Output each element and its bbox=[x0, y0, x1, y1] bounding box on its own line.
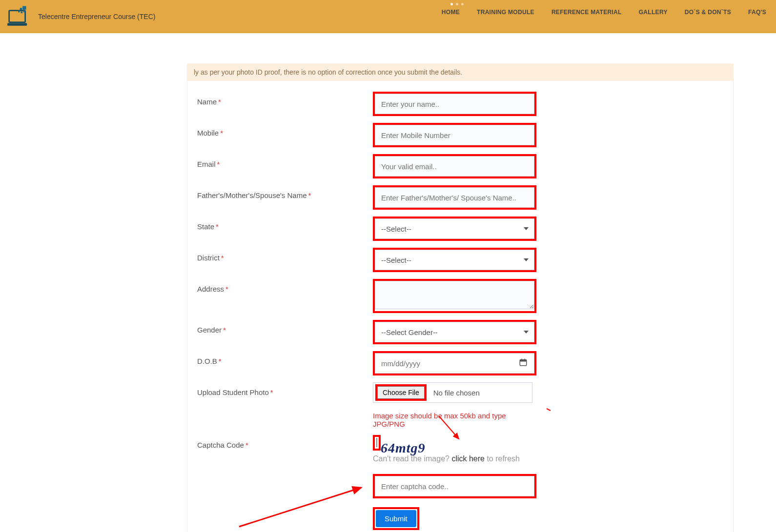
label-address: Address bbox=[197, 285, 224, 293]
svg-rect-1 bbox=[7, 23, 27, 26]
carousel-dot[interactable] bbox=[450, 3, 453, 5]
label-captcha: Captcha Code bbox=[197, 441, 244, 449]
required-icon: * bbox=[270, 388, 273, 396]
captcha-cant-suffix: to refresh bbox=[485, 454, 520, 463]
required-icon: * bbox=[216, 222, 219, 231]
photo-hint: Image size should be max 50kb and type J… bbox=[373, 412, 536, 428]
row-name: Name* bbox=[197, 92, 723, 116]
row-mobile: Mobile* bbox=[197, 123, 723, 147]
required-icon: * bbox=[223, 326, 226, 334]
email-input[interactable] bbox=[375, 156, 534, 177]
label-dob: D.O.B bbox=[197, 357, 217, 365]
svg-rect-3 bbox=[20, 8, 22, 10]
label-name: Name bbox=[197, 98, 217, 106]
required-icon: * bbox=[225, 285, 228, 293]
label-email: Email bbox=[197, 160, 216, 168]
logo-block: Telecentre Entrepreneur Course (TEC) bbox=[0, 6, 155, 28]
mobile-input[interactable] bbox=[375, 125, 534, 145]
label-mobile: Mobile bbox=[197, 129, 219, 137]
required-icon: * bbox=[219, 357, 222, 365]
required-icon: * bbox=[221, 254, 224, 262]
name-input[interactable] bbox=[375, 94, 534, 114]
address-textarea[interactable] bbox=[375, 281, 534, 309]
required-icon: * bbox=[217, 160, 220, 168]
primary-nav: HOME TRAINING MODULE REFERENCE MATERIAL … bbox=[442, 9, 766, 16]
registration-card: ly as per your photo ID proof, there is … bbox=[187, 63, 734, 532]
svg-rect-10 bbox=[524, 359, 525, 361]
label-state: State bbox=[197, 222, 214, 231]
calendar-icon[interactable] bbox=[519, 358, 528, 369]
gender-select[interactable]: --Select Gender-- bbox=[375, 322, 534, 342]
choose-file-button[interactable]: Choose File bbox=[377, 386, 425, 399]
required-icon: * bbox=[308, 191, 311, 199]
site-header: Telecentre Entrepreneur Course (TEC) HOM… bbox=[0, 0, 776, 33]
row-email: Email* bbox=[197, 154, 723, 178]
required-icon: * bbox=[220, 129, 223, 137]
row-district: District* --Select-- bbox=[197, 248, 723, 272]
file-status-text: No file chosen bbox=[433, 389, 480, 397]
dob-input[interactable] bbox=[375, 353, 534, 374]
label-parent-name: Father's/Mother's/Spouse's Name bbox=[197, 191, 307, 199]
nav-gallery[interactable]: GALLERY bbox=[639, 9, 668, 16]
registration-form: Name* Mobile* Email* Father's/Mother's/S… bbox=[187, 87, 733, 532]
nav-dos-donts[interactable]: DO`S & DON`TS bbox=[685, 9, 731, 16]
required-icon: * bbox=[218, 98, 221, 106]
label-gender: Gender bbox=[197, 326, 222, 334]
row-photo: Upload Student Photo* Choose File No fil… bbox=[197, 382, 723, 428]
captcha-input[interactable] bbox=[375, 476, 534, 496]
row-parent-name: Father's/Mother's/Spouse's Name* bbox=[197, 185, 723, 210]
svg-rect-9 bbox=[521, 359, 522, 361]
nav-reference-material[interactable]: REFERENCE MATERIAL bbox=[551, 9, 622, 16]
row-dob: D.O.B* bbox=[197, 351, 723, 375]
svg-rect-8 bbox=[520, 360, 527, 362]
district-select[interactable]: --Select-- bbox=[375, 250, 534, 270]
label-district: District bbox=[197, 254, 220, 262]
row-state: State* --Select-- bbox=[197, 217, 723, 241]
submit-button[interactable]: Submit bbox=[376, 510, 416, 527]
warning-alert: ly as per your photo ID proof, there is … bbox=[187, 63, 734, 81]
file-input-container[interactable]: Choose File No file chosen bbox=[373, 382, 532, 403]
label-photo: Upload Student Photo bbox=[197, 388, 269, 396]
captcha-refresh-link[interactable]: click here bbox=[451, 454, 485, 463]
state-select[interactable]: --Select-- bbox=[375, 218, 534, 239]
carousel-dot[interactable] bbox=[456, 3, 458, 5]
row-captcha: Captcha Code* 64mtg9 Can't read the imag… bbox=[197, 435, 723, 530]
nav-home[interactable]: HOME bbox=[442, 9, 460, 16]
nav-faqs[interactable]: FAQ'S bbox=[748, 9, 766, 16]
required-icon: * bbox=[245, 441, 248, 449]
nav-training-module[interactable]: TRAINING MODULE bbox=[477, 9, 534, 16]
svg-rect-4 bbox=[18, 10, 20, 12]
logo-icon bbox=[7, 6, 34, 28]
svg-rect-5 bbox=[21, 11, 23, 13]
carousel-dot[interactable] bbox=[461, 3, 464, 5]
captcha-image: 64mtg9 bbox=[376, 438, 377, 447]
parent-name-input[interactable] bbox=[375, 187, 534, 208]
svg-rect-6 bbox=[23, 10, 25, 12]
brand-title: Telecentre Entrepreneur Course (TEC) bbox=[38, 13, 155, 20]
row-address: Address* bbox=[197, 279, 723, 313]
row-gender: Gender* --Select Gender-- bbox=[197, 320, 723, 344]
carousel-dots bbox=[450, 3, 470, 6]
svg-rect-0 bbox=[9, 10, 25, 22]
svg-rect-2 bbox=[22, 6, 26, 9]
